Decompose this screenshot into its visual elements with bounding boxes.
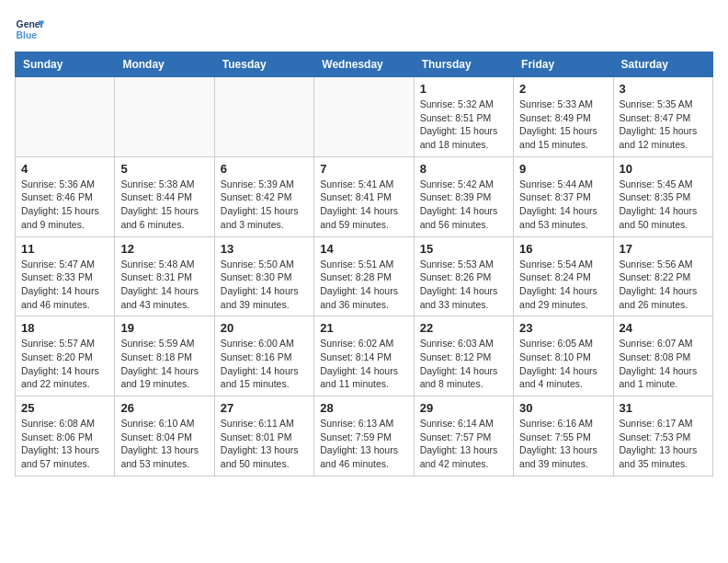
day-info: Sunrise: 6:16 AM Sunset: 7:55 PM Dayligh…	[519, 417, 607, 471]
calendar-week-row: 18Sunrise: 5:57 AM Sunset: 8:20 PM Dayli…	[16, 316, 713, 396]
day-info: Sunrise: 5:32 AM Sunset: 8:51 PM Dayligh…	[420, 98, 507, 152]
calendar-cell: 9Sunrise: 5:44 AM Sunset: 8:37 PM Daylig…	[514, 156, 613, 236]
calendar-cell: 21Sunrise: 6:02 AM Sunset: 8:14 PM Dayli…	[314, 316, 414, 396]
day-info: Sunrise: 6:02 AM Sunset: 8:14 PM Dayligh…	[320, 337, 407, 391]
day-number: 1	[420, 82, 507, 96]
calendar-cell: 8Sunrise: 5:42 AM Sunset: 8:39 PM Daylig…	[414, 156, 513, 236]
calendar-cell: 18Sunrise: 5:57 AM Sunset: 8:20 PM Dayli…	[16, 316, 115, 396]
calendar-cell	[115, 77, 214, 157]
day-number: 12	[120, 242, 208, 256]
calendar-week-row: 1Sunrise: 5:32 AM Sunset: 8:51 PM Daylig…	[16, 77, 713, 157]
calendar-cell: 14Sunrise: 5:51 AM Sunset: 8:28 PM Dayli…	[314, 236, 414, 316]
day-header-monday: Monday	[115, 52, 214, 77]
calendar-cell: 7Sunrise: 5:41 AM Sunset: 8:41 PM Daylig…	[314, 156, 414, 236]
logo: General Blue	[15, 15, 44, 44]
day-info: Sunrise: 5:54 AM Sunset: 8:24 PM Dayligh…	[519, 258, 607, 312]
day-number: 8	[420, 162, 507, 176]
day-info: Sunrise: 6:17 AM Sunset: 7:53 PM Dayligh…	[620, 417, 707, 471]
day-number: 24	[620, 321, 707, 335]
day-info: Sunrise: 5:35 AM Sunset: 8:47 PM Dayligh…	[620, 98, 707, 152]
calendar-cell: 27Sunrise: 6:11 AM Sunset: 8:01 PM Dayli…	[214, 396, 313, 477]
day-number: 27	[221, 401, 308, 415]
calendar-cell: 29Sunrise: 6:14 AM Sunset: 7:57 PM Dayli…	[414, 396, 513, 477]
day-info: Sunrise: 6:14 AM Sunset: 7:57 PM Dayligh…	[420, 417, 507, 471]
day-info: Sunrise: 5:44 AM Sunset: 8:37 PM Dayligh…	[519, 178, 607, 232]
day-number: 18	[21, 321, 108, 335]
calendar-cell	[214, 77, 313, 157]
day-number: 4	[21, 162, 108, 176]
day-info: Sunrise: 6:05 AM Sunset: 8:10 PM Dayligh…	[519, 337, 607, 391]
day-number: 19	[120, 321, 208, 335]
day-header-friday: Friday	[514, 52, 613, 77]
svg-text:Blue: Blue	[17, 30, 38, 40]
calendar-cell	[314, 77, 414, 157]
day-number: 10	[620, 162, 707, 176]
calendar-header-row: SundayMondayTuesdayWednesdayThursdayFrid…	[16, 52, 713, 77]
calendar-cell: 31Sunrise: 6:17 AM Sunset: 7:53 PM Dayli…	[613, 396, 712, 477]
day-header-sunday: Sunday	[16, 52, 115, 77]
calendar-cell: 5Sunrise: 5:38 AM Sunset: 8:44 PM Daylig…	[115, 156, 214, 236]
day-number: 14	[320, 242, 407, 256]
day-number: 26	[120, 401, 208, 415]
day-number: 28	[320, 401, 407, 415]
calendar-cell: 30Sunrise: 6:16 AM Sunset: 7:55 PM Dayli…	[514, 396, 613, 477]
day-info: Sunrise: 5:53 AM Sunset: 8:26 PM Dayligh…	[420, 258, 507, 312]
day-info: Sunrise: 5:42 AM Sunset: 8:39 PM Dayligh…	[420, 178, 507, 232]
day-info: Sunrise: 5:36 AM Sunset: 8:46 PM Dayligh…	[21, 178, 108, 232]
calendar-cell: 19Sunrise: 5:59 AM Sunset: 8:18 PM Dayli…	[115, 316, 214, 396]
day-number: 15	[420, 242, 507, 256]
day-number: 5	[120, 162, 208, 176]
day-info: Sunrise: 5:41 AM Sunset: 8:41 PM Dayligh…	[320, 178, 407, 232]
calendar-cell: 4Sunrise: 5:36 AM Sunset: 8:46 PM Daylig…	[16, 156, 115, 236]
day-number: 17	[620, 242, 707, 256]
calendar-cell: 2Sunrise: 5:33 AM Sunset: 8:49 PM Daylig…	[514, 77, 613, 157]
day-info: Sunrise: 6:11 AM Sunset: 8:01 PM Dayligh…	[221, 417, 308, 471]
logo-icon: General Blue	[15, 15, 44, 44]
day-info: Sunrise: 5:39 AM Sunset: 8:42 PM Dayligh…	[221, 178, 308, 232]
day-number: 25	[21, 401, 108, 415]
day-info: Sunrise: 5:51 AM Sunset: 8:28 PM Dayligh…	[320, 258, 407, 312]
calendar-cell: 24Sunrise: 6:07 AM Sunset: 8:08 PM Dayli…	[613, 316, 712, 396]
day-info: Sunrise: 5:56 AM Sunset: 8:22 PM Dayligh…	[620, 258, 707, 312]
calendar-cell: 15Sunrise: 5:53 AM Sunset: 8:26 PM Dayli…	[414, 236, 513, 316]
calendar-cell: 17Sunrise: 5:56 AM Sunset: 8:22 PM Dayli…	[613, 236, 712, 316]
day-info: Sunrise: 5:33 AM Sunset: 8:49 PM Dayligh…	[519, 98, 607, 152]
day-info: Sunrise: 5:57 AM Sunset: 8:20 PM Dayligh…	[21, 337, 108, 391]
day-number: 13	[221, 242, 308, 256]
day-info: Sunrise: 6:10 AM Sunset: 8:04 PM Dayligh…	[120, 417, 208, 471]
day-info: Sunrise: 5:45 AM Sunset: 8:35 PM Dayligh…	[620, 178, 707, 232]
calendar-cell: 26Sunrise: 6:10 AM Sunset: 8:04 PM Dayli…	[115, 396, 214, 477]
calendar-cell: 11Sunrise: 5:47 AM Sunset: 8:33 PM Dayli…	[16, 236, 115, 316]
calendar-cell: 28Sunrise: 6:13 AM Sunset: 7:59 PM Dayli…	[314, 396, 414, 477]
calendar-cell: 3Sunrise: 5:35 AM Sunset: 8:47 PM Daylig…	[613, 77, 712, 157]
day-info: Sunrise: 5:38 AM Sunset: 8:44 PM Dayligh…	[120, 178, 208, 232]
day-number: 20	[221, 321, 308, 335]
calendar-cell: 25Sunrise: 6:08 AM Sunset: 8:06 PM Dayli…	[16, 396, 115, 477]
day-info: Sunrise: 6:00 AM Sunset: 8:16 PM Dayligh…	[221, 337, 308, 391]
calendar-cell: 13Sunrise: 5:50 AM Sunset: 8:30 PM Dayli…	[214, 236, 313, 316]
calendar-cell: 23Sunrise: 6:05 AM Sunset: 8:10 PM Dayli…	[514, 316, 613, 396]
calendar-cell: 12Sunrise: 5:48 AM Sunset: 8:31 PM Dayli…	[115, 236, 214, 316]
calendar-cell: 16Sunrise: 5:54 AM Sunset: 8:24 PM Dayli…	[514, 236, 613, 316]
calendar-table: SundayMondayTuesdayWednesdayThursdayFrid…	[15, 52, 713, 477]
day-header-thursday: Thursday	[414, 52, 513, 77]
calendar-cell: 1Sunrise: 5:32 AM Sunset: 8:51 PM Daylig…	[414, 77, 513, 157]
calendar-cell: 6Sunrise: 5:39 AM Sunset: 8:42 PM Daylig…	[214, 156, 313, 236]
day-info: Sunrise: 6:08 AM Sunset: 8:06 PM Dayligh…	[21, 417, 108, 471]
day-info: Sunrise: 5:47 AM Sunset: 8:33 PM Dayligh…	[21, 258, 108, 312]
day-number: 23	[519, 321, 607, 335]
header: General Blue	[15, 15, 713, 44]
day-info: Sunrise: 6:03 AM Sunset: 8:12 PM Dayligh…	[420, 337, 507, 391]
day-number: 2	[519, 82, 607, 96]
calendar-week-row: 25Sunrise: 6:08 AM Sunset: 8:06 PM Dayli…	[16, 396, 713, 477]
day-number: 30	[519, 401, 607, 415]
day-header-saturday: Saturday	[613, 52, 712, 77]
day-number: 16	[519, 242, 607, 256]
day-info: Sunrise: 5:50 AM Sunset: 8:30 PM Dayligh…	[221, 258, 308, 312]
day-header-wednesday: Wednesday	[314, 52, 414, 77]
day-number: 31	[620, 401, 707, 415]
day-number: 6	[221, 162, 308, 176]
day-number: 7	[320, 162, 407, 176]
day-number: 21	[320, 321, 407, 335]
calendar-week-row: 11Sunrise: 5:47 AM Sunset: 8:33 PM Dayli…	[16, 236, 713, 316]
